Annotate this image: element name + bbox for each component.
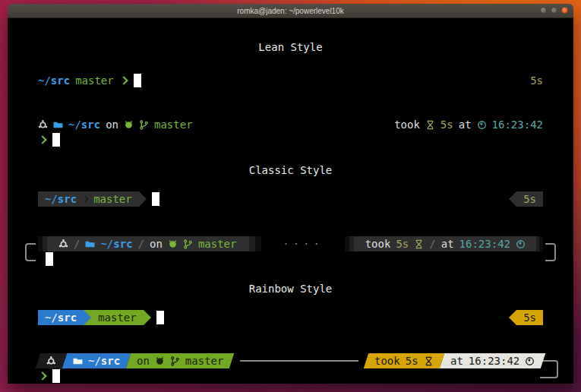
duration-segment: took 5s bbox=[364, 353, 444, 368]
git-branch: master bbox=[93, 191, 132, 207]
dir-name: src bbox=[113, 236, 132, 251]
ubuntu-logo-icon bbox=[38, 120, 48, 130]
rainbow-fancy-prompt-line1: ~/src on master bbox=[38, 353, 543, 368]
segment-separator: / bbox=[74, 236, 80, 251]
git-branch: master bbox=[154, 117, 193, 132]
dir-name: src bbox=[58, 191, 77, 207]
maximize-button[interactable] bbox=[551, 7, 557, 14]
segment-fade bbox=[243, 236, 261, 251]
multiline-bracket-left bbox=[25, 243, 36, 261]
on-label: on bbox=[150, 236, 163, 251]
git-branch: master bbox=[198, 236, 237, 251]
text-cursor bbox=[52, 133, 60, 147]
multiline-bracket-right bbox=[540, 360, 558, 378]
dir-name: src bbox=[81, 117, 100, 132]
dir-prefix: ~/ bbox=[100, 236, 113, 251]
rainbow-fancy-prompt-line2 bbox=[38, 368, 543, 384]
dir-prefix: ~/ bbox=[45, 191, 58, 207]
ubuntu-logo-icon bbox=[46, 356, 56, 366]
on-label: on bbox=[137, 353, 150, 368]
current-directory: ~/src bbox=[100, 236, 132, 251]
dir-prefix: ~/ bbox=[45, 310, 58, 325]
clock-icon bbox=[525, 356, 535, 366]
rainbow-simple-prompt: ~/src master 5s bbox=[38, 310, 543, 325]
git-branch-icon bbox=[183, 239, 193, 249]
classic-simple-prompt: ~/src master 5s bbox=[38, 191, 543, 207]
took-label: took bbox=[365, 236, 391, 251]
lean-fancy-prompt-line2 bbox=[38, 132, 543, 147]
at-label: at bbox=[459, 117, 472, 132]
segment-fade bbox=[345, 236, 358, 251]
text-cursor bbox=[156, 311, 164, 324]
git-branch: master bbox=[98, 310, 137, 325]
lean-simple-prompt: ~/src master 5s bbox=[38, 73, 543, 88]
classic-fancy-prompt-line1: / ~/src / on bbox=[38, 236, 543, 251]
dir-name: src bbox=[51, 73, 70, 88]
command-duration: 5s bbox=[406, 353, 418, 368]
current-directory: ~/src bbox=[68, 117, 100, 132]
powerline-arrow-icon bbox=[84, 310, 91, 325]
prompt-connector-line bbox=[240, 360, 359, 362]
directory-segment: ~/src master bbox=[38, 191, 139, 207]
directory-segment: ~/src bbox=[38, 310, 84, 325]
current-directory: ~/src bbox=[38, 73, 70, 88]
command-duration: 5s bbox=[396, 236, 409, 251]
prompt-segments: ~/src master bbox=[38, 310, 151, 325]
segment-fade bbox=[38, 236, 52, 251]
status-segment: took 5s / at 16:23:42 bbox=[358, 236, 532, 251]
segment-separator: / bbox=[138, 236, 144, 251]
section-heading-rainbow: Rainbow Style bbox=[38, 281, 543, 296]
git-branch: master bbox=[185, 353, 224, 368]
folder-icon bbox=[73, 356, 83, 366]
github-octocat-icon bbox=[155, 356, 165, 366]
prompt-segments: ~/src master bbox=[38, 191, 147, 207]
folder-icon bbox=[85, 239, 95, 249]
github-octocat-icon bbox=[124, 120, 134, 130]
command-duration: 5s bbox=[530, 73, 543, 88]
minimize-button[interactable] bbox=[540, 7, 547, 14]
directory-segment: ~/src bbox=[62, 353, 131, 368]
section-heading-classic: Classic Style bbox=[38, 163, 543, 178]
segment-fade bbox=[532, 236, 543, 251]
prompt-chevron-icon bbox=[38, 371, 46, 380]
command-duration: 5s bbox=[440, 117, 453, 132]
clock-icon bbox=[477, 120, 487, 130]
current-time: 16:23:42 bbox=[469, 353, 519, 368]
hourglass-icon bbox=[425, 120, 435, 130]
text-cursor bbox=[46, 252, 53, 266]
dir-name: src bbox=[58, 310, 77, 325]
lean-fancy-prompt-line1: ~/src on master took 5s at bbox=[38, 117, 543, 132]
titlebar[interactable]: romka@jaden: ~/powerlevel10k bbox=[8, 4, 573, 18]
gap-filler-dots: ···· bbox=[283, 238, 324, 250]
clock-icon bbox=[516, 239, 526, 249]
command-duration: 5s bbox=[523, 191, 536, 207]
close-button[interactable] bbox=[561, 7, 568, 14]
current-directory: ~/src bbox=[88, 353, 120, 368]
git-branch-icon bbox=[170, 356, 180, 366]
branch-segment: master bbox=[91, 310, 144, 325]
current-time: 16:23:42 bbox=[492, 117, 543, 132]
desktop-background: romka@jaden: ~/powerlevel10k Lean Style … bbox=[0, 0, 581, 392]
current-directory: ~/src bbox=[45, 310, 77, 325]
git-branch: master bbox=[75, 73, 114, 88]
terminal-window: romka@jaden: ~/powerlevel10k Lean Style … bbox=[8, 4, 573, 384]
powerline-arrow-icon bbox=[509, 191, 516, 207]
github-octocat-icon bbox=[168, 239, 178, 249]
ubuntu-logo-icon bbox=[58, 239, 68, 249]
rainbow-fancy-prompt: ~/src on master bbox=[38, 353, 543, 384]
window-title: romka@jaden: ~/powerlevel10k bbox=[237, 7, 344, 15]
context-segment: / ~/src / on bbox=[52, 236, 243, 251]
text-cursor bbox=[52, 369, 60, 383]
at-label: at bbox=[441, 236, 454, 251]
powerline-arrow-icon bbox=[144, 310, 151, 325]
time-segment: at 16:23:42 bbox=[439, 353, 545, 368]
segment-separator: / bbox=[429, 236, 435, 251]
command-duration: 5s bbox=[523, 310, 536, 325]
hourglass-icon bbox=[414, 239, 424, 249]
git-branch-icon bbox=[139, 120, 149, 130]
dir-prefix: ~/ bbox=[68, 117, 81, 132]
current-time: 16:23:42 bbox=[459, 236, 510, 251]
duration-segment: 5s bbox=[509, 310, 543, 325]
text-cursor bbox=[152, 192, 159, 206]
terminal-content[interactable]: Lean Style ~/src master 5s ~/ bbox=[8, 18, 573, 384]
